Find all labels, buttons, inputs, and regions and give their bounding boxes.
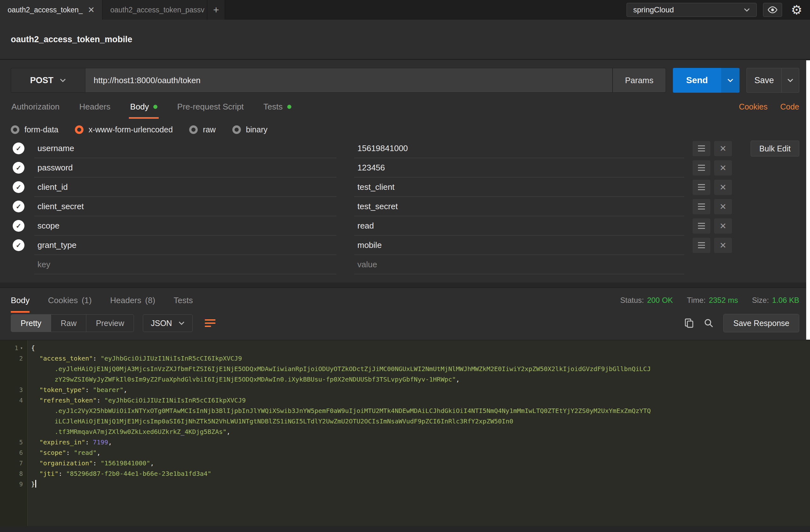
code-line: 5 "expires_in": 7199, (0, 437, 810, 448)
code-line: .eyJleHAiOjE1NjQ0MjA3MjcsInVzZXJfbmFtZSI… (0, 364, 810, 374)
view-mode-raw[interactable]: Raw (51, 315, 86, 332)
tab-oauth2-access-token-passv[interactable]: oauth2_access_token_passv (102, 0, 207, 20)
remove-param-button[interactable]: ✕ (714, 141, 732, 156)
response-meta: Status: 200 OK Time: 2352 ms Size: 1.06 … (620, 296, 799, 305)
param-value-cell[interactable]: test_secret (354, 197, 684, 216)
table-row: ✓ grant_type mobile ✕ (11, 236, 739, 255)
drag-handle-icon (698, 242, 705, 248)
mode-raw[interactable]: raw (189, 125, 215, 134)
param-value-cell[interactable]: 15619841000 (354, 139, 684, 158)
param-value-input[interactable]: value (354, 255, 684, 274)
cookies-link[interactable]: Cookies (739, 102, 767, 111)
tab-tests[interactable]: Tests (263, 95, 292, 119)
param-value-cell[interactable]: read (354, 216, 684, 236)
view-mode-pretty[interactable]: Pretty (11, 315, 51, 332)
drag-handle[interactable] (693, 180, 710, 195)
search-button[interactable] (704, 318, 714, 328)
format-select[interactable]: JSON (143, 314, 193, 332)
param-enabled-checkbox[interactable]: ✓ (11, 197, 34, 216)
param-row-actions: ✕ (693, 139, 732, 158)
remove-param-button[interactable]: ✕ (714, 160, 732, 176)
send-button[interactable]: Send (673, 68, 721, 93)
param-enabled-checkbox[interactable]: ✓ (11, 177, 34, 197)
param-enabled-checkbox[interactable]: ✓ (11, 139, 34, 158)
tab-pre-request-script[interactable]: Pre-request Script (177, 95, 244, 119)
param-enabled-checkbox[interactable]: ✓ (11, 236, 34, 255)
save-button[interactable]: Save (746, 68, 781, 93)
tab-response-tests[interactable]: Tests (174, 288, 193, 313)
copy-button[interactable] (684, 318, 694, 328)
remove-param-button[interactable]: ✕ (714, 199, 732, 214)
code-link[interactable]: Code (780, 102, 799, 111)
code-line: 8 "jti": "85296d87-f2b0-44e1-b66e-23e1ba… (0, 468, 810, 479)
code-token: : (66, 449, 74, 456)
line-number-gutter (0, 364, 27, 374)
close-icon: ✕ (719, 241, 727, 249)
drag-handle[interactable] (693, 160, 710, 176)
param-value-cell[interactable]: test_client (354, 177, 684, 197)
method-select[interactable]: POST (11, 68, 85, 93)
drag-handle[interactable] (693, 238, 710, 253)
param-key-cell[interactable]: grant_type (34, 236, 337, 255)
wrap-lines-button[interactable] (201, 314, 219, 332)
mode-binary[interactable]: binary (232, 125, 268, 134)
tab-response-cookies[interactable]: Cookies (1) (48, 288, 92, 313)
url-input[interactable]: http://host1:8000/oauth/token (85, 68, 613, 93)
save-options-button[interactable] (781, 68, 799, 93)
code-token: "scope" (39, 449, 66, 456)
code-token: , (97, 449, 101, 456)
remove-param-button[interactable]: ✕ (714, 180, 732, 195)
bulk-edit-button[interactable]: Bulk Edit (751, 141, 799, 157)
tab-body[interactable]: Body (130, 95, 158, 119)
tab-count: (1) (82, 295, 92, 305)
request-builder-section: POST http://host1:8000/oauth/token Param… (0, 60, 810, 283)
mode-label: raw (203, 125, 215, 134)
tab-headers[interactable]: Headers (79, 95, 111, 119)
param-value-cell[interactable]: mobile (354, 236, 684, 255)
code-line-content: "jti": "85296d87-f2b0-44e1-b66e-23e1ba1f… (27, 468, 211, 479)
param-key-cell[interactable]: client_id (34, 177, 337, 197)
mode-form-data[interactable]: form-data (11, 125, 59, 134)
tab-response-body[interactable]: Body (11, 288, 30, 313)
params-button[interactable]: Params (613, 68, 666, 93)
param-key-input[interactable]: key (34, 255, 337, 274)
send-options-button[interactable] (721, 68, 740, 93)
drag-handle[interactable] (693, 219, 710, 233)
param-enabled-checkbox[interactable]: ✓ (11, 216, 34, 236)
mode-label: form-data (25, 125, 59, 134)
param-key-cell[interactable]: username (34, 139, 337, 158)
remove-param-button[interactable]: ✕ (714, 219, 732, 233)
drag-handle[interactable] (693, 141, 710, 156)
new-tab-button[interactable]: + (207, 0, 225, 20)
param-enabled-checkbox[interactable]: ✓ (11, 158, 34, 177)
save-response-button[interactable]: Save Response (723, 314, 799, 332)
param-key-cell[interactable]: password (34, 158, 337, 177)
code-line-content: "access_token": "eyJhbGciOiJIUzI1NiIsInR… (27, 353, 242, 364)
code-token: { (31, 344, 35, 352)
environment-select-value: springCloud (633, 5, 674, 14)
tab-response-headers[interactable]: Headers (8) (110, 288, 155, 313)
param-value-cell[interactable]: 123456 (354, 158, 684, 177)
tab-oauth2-access-token[interactable]: oauth2_access_token_ ✕ (0, 0, 102, 20)
view-mode-preview[interactable]: Preview (86, 315, 134, 332)
tab-label: Cookies (48, 295, 78, 305)
fold-toggle-icon[interactable]: ▾ (20, 343, 23, 353)
environment-preview-button[interactable] (763, 3, 782, 17)
wrap-lines-icon (205, 319, 215, 327)
code-token: , (150, 459, 154, 467)
environment-select[interactable]: springCloud (627, 3, 757, 17)
tab-authorization[interactable]: Authorization (11, 95, 60, 119)
code-line-content: .tf3MRmqavA7mjZXl9w0ZkLxed6UZkrkZ_4KDjg5… (27, 426, 230, 437)
mode-x-www-form-urlencoded[interactable]: x-www-form-urlencoded (75, 125, 173, 134)
param-key-cell[interactable]: scope (34, 216, 337, 236)
settings-button[interactable]: ⚙ (789, 2, 805, 17)
mode-label: x-www-form-urlencoded (88, 125, 173, 134)
line-number: 6 (19, 448, 23, 458)
table-row: ✓ username 15619841000 ✕ (11, 139, 739, 158)
param-key-cell[interactable]: client_secret (34, 197, 337, 216)
drag-handle[interactable] (693, 199, 710, 214)
close-icon[interactable]: ✕ (88, 6, 95, 14)
response-body-editor[interactable]: 1 ▾ { 2 "access_token": "eyJhbGciOiJIUzI… (0, 340, 810, 526)
tab-label: oauth2_access_token_ (7, 6, 83, 14)
remove-param-button[interactable]: ✕ (714, 238, 732, 253)
